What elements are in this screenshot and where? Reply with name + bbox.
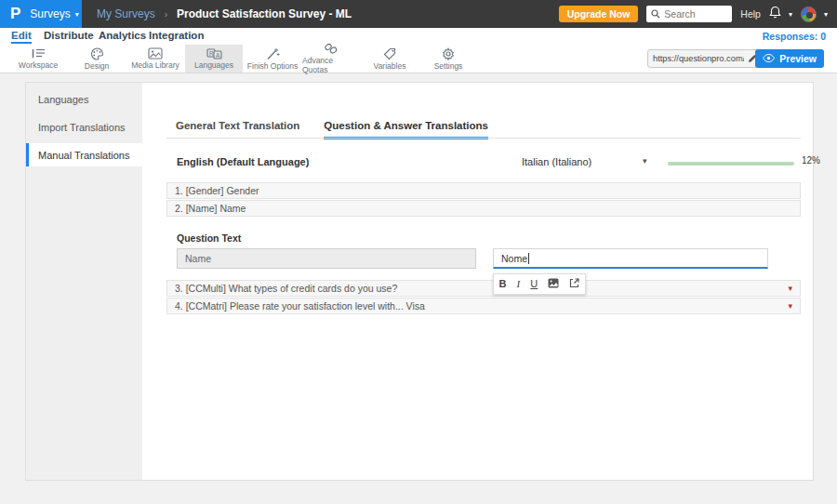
sidebar-item-import-translations[interactable]: Import Translations [26, 115, 142, 139]
question-row-gender[interactable]: 1. [Gender] Gender [166, 182, 801, 199]
finish-options-icon [266, 47, 280, 60]
languages-icon: RA [206, 47, 222, 60]
svg-text:R: R [209, 50, 214, 57]
search-icon [651, 6, 660, 22]
toolbar-languages[interactable]: RA Languages [185, 45, 243, 73]
chevron-down-icon: ▾ [824, 10, 828, 19]
eye-icon [763, 53, 775, 64]
toolbar-advance-quotas[interactable]: Advance Quotas [302, 45, 360, 73]
question-row-name[interactable]: 2. [Name] Name [166, 200, 801, 217]
settings-icon [442, 47, 455, 60]
svg-text:A: A [216, 52, 220, 59]
nav-tab-analytics[interactable]: Analytics [99, 30, 146, 41]
question-text-label: Question Text [177, 232, 241, 244]
bold-button[interactable]: B [499, 279, 507, 289]
nav-tab-edit[interactable]: Edit [11, 30, 32, 44]
source-language-label: English (Default Language) [177, 156, 309, 167]
toolbar-design[interactable]: Design [68, 45, 126, 73]
advance-quotas-icon [324, 43, 339, 55]
global-search[interactable] [646, 6, 732, 22]
translation-progress-bar [668, 162, 794, 166]
survey-nav: Edit Distribute Analytics Integration Re… [0, 28, 837, 45]
survey-url-box[interactable]: https://questionpro.com/t/AW22Zd1S1 [647, 49, 763, 68]
question-row-ccmatri[interactable]: 4. [CCMatri] Please rate your satisfacti… [166, 298, 801, 314]
translation-input[interactable]: Nome [493, 248, 768, 269]
sidebar-item-manual-translations[interactable]: Manual Translations [26, 143, 142, 166]
translations-sidebar: Languages Import Translations Manual Tra… [26, 83, 142, 480]
nav-tab-distribute[interactable]: Distribute [44, 30, 94, 41]
breadcrumb-survey-title: Product Satisfaction Survey - ML [177, 7, 352, 20]
search-input[interactable] [664, 8, 724, 20]
top-bar: P Surveys ▾ My Surveys › Product Satisfa… [0, 0, 837, 28]
survey-url: https://questionpro.com/t/AW22Zd1S1 [653, 54, 744, 63]
help-link[interactable]: Help [740, 8, 761, 20]
breadcrumb-separator: › [165, 9, 167, 20]
toolbar-settings[interactable]: Settings [419, 45, 477, 73]
language-row: English (Default Language) Italian (Ital… [142, 153, 813, 172]
chevron-down-icon: ▾ [75, 10, 79, 19]
notifications-menu[interactable]: ▾ [769, 6, 792, 22]
toolbar-media-library[interactable]: Media Library [126, 45, 184, 73]
question-row-ccmulti[interactable]: 3. [CCMulti] What types of credit cards … [166, 280, 801, 297]
chevron-down-icon[interactable]: ▾ [643, 156, 647, 166]
tab-general-text-translation[interactable]: General Text Translation [176, 120, 299, 139]
italic-button[interactable]: I [517, 279, 521, 289]
product-menu-label: Surveys [30, 7, 70, 20]
breadcrumb-my-surveys[interactable]: My Surveys [97, 7, 155, 20]
questionpro-app: P Surveys ▾ My Surveys › Product Satisfa… [0, 0, 837, 504]
translations-main: General Text Translation Question & Answ… [142, 83, 813, 480]
product-switcher[interactable]: P Surveys ▾ [0, 0, 82, 28]
chevron-down-icon: ▾ [789, 10, 792, 19]
tab-question-answer-translations[interactable]: Question & Answer Translations [324, 120, 488, 139]
sidebar-item-languages[interactable]: Languages [26, 87, 142, 111]
top-bar-right: Upgrade Now Help ▾ ▾ [559, 0, 828, 28]
tabs-divider [166, 138, 801, 139]
translation-tabs: General Text Translation Question & Answ… [176, 120, 488, 139]
insert-link-button[interactable] [569, 278, 579, 290]
expand-caret-icon[interactable]: ▾ [788, 284, 792, 293]
breadcrumb: My Surveys › Product Satisfaction Survey… [97, 0, 352, 28]
underline-button[interactable]: U [530, 279, 538, 289]
translation-progress-percent: 12% [802, 155, 820, 166]
avatar [801, 7, 817, 22]
question-translation-editor: Question Text Name Nome [142, 218, 813, 279]
text-cursor [528, 253, 529, 264]
nav-tab-integration[interactable]: Integration [149, 30, 204, 41]
source-text-field: Name [177, 248, 476, 269]
questionpro-logo: P [10, 5, 20, 23]
expand-caret-icon[interactable]: ▾ [788, 301, 792, 311]
edit-toolbar: Workspace Design Media Library RA Langua… [0, 45, 837, 73]
toolbar-finish-options[interactable]: Finish Options [244, 45, 301, 73]
responses-count[interactable]: Responses: 0 [763, 31, 826, 42]
design-icon [90, 47, 104, 60]
target-language-select[interactable]: Italian (Italiano) [522, 156, 591, 167]
insert-image-button[interactable] [548, 278, 559, 290]
account-menu[interactable]: ▾ [801, 7, 828, 22]
toolbar-workspace[interactable]: Workspace [9, 45, 67, 73]
toolbar-variables[interactable]: Variables [361, 45, 418, 73]
upgrade-now-button[interactable]: Upgrade Now [559, 6, 639, 22]
preview-button[interactable]: Preview [755, 49, 824, 68]
media-library-icon [148, 47, 163, 60]
content-panel: Languages Import Translations Manual Tra… [25, 82, 814, 481]
format-toolbar: B I U [493, 273, 586, 295]
bell-icon [769, 6, 781, 22]
workspace-icon [32, 47, 46, 60]
variables-icon [383, 47, 397, 60]
